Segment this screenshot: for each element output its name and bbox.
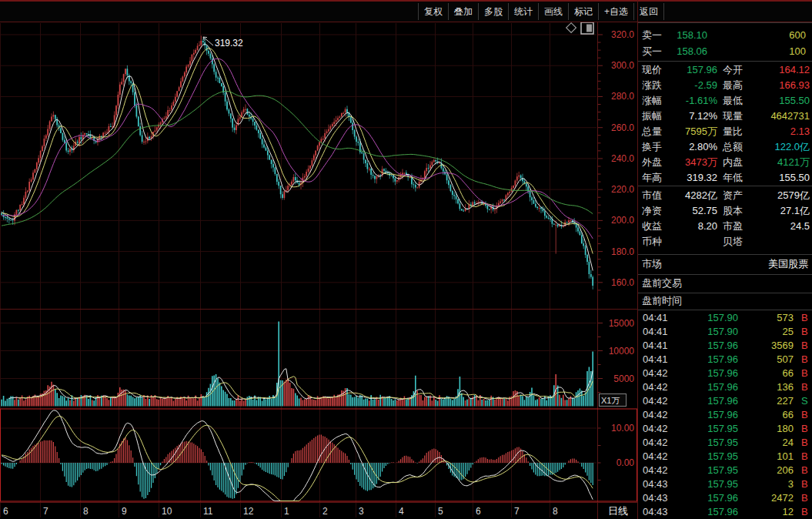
stat-value: 155.50 (737, 93, 810, 109)
tick-time: 04:41 (643, 353, 668, 367)
tick-time: 04:42 (643, 464, 668, 477)
market-value: 美国股票 (768, 256, 808, 272)
month-axis-label: 11 (203, 506, 213, 517)
tick-time: 04:41 (643, 339, 668, 353)
tick-qty: 227 (740, 394, 794, 408)
stat-value: 4121万 (737, 155, 810, 170)
market-row: 市场 美国股票 (638, 256, 812, 272)
month-axis-label: 7 (43, 506, 48, 517)
order-book-row: 买一158.06100 (638, 44, 812, 59)
tick-row: 04:41157.96507B (638, 353, 812, 367)
stat-value: 7.12% (669, 109, 717, 124)
tick-flag: B (801, 339, 808, 353)
tick-time: 04:43 (643, 491, 668, 505)
tick-row: 04:41157.90573B (638, 311, 812, 325)
tick-time: 04:43 (643, 505, 668, 519)
stat-row: 收益8.20市盈24.5 (638, 219, 812, 234)
stat-value: 27.1亿 (737, 203, 810, 219)
stat-label: 涨跌 (642, 78, 662, 93)
tick-row: 04:42157.95206B (638, 464, 812, 477)
stat-value: 166.93 (737, 78, 810, 93)
toolbar-button-2[interactable]: 叠加 (448, 3, 478, 20)
tick-flag: B (801, 353, 808, 367)
tick-price: 157.90 (684, 325, 738, 339)
month-axis-label: 1 (284, 506, 289, 517)
stat-row: 净资52.75股本27.1亿 (638, 203, 812, 219)
order-book-row: 卖一158.10600 (638, 28, 812, 43)
tick-row: 04:43157.953B (638, 477, 812, 491)
chart-axes: 320.0300.0280.0260.0240.0220.0200.0180.0… (3, 29, 634, 517)
toolbar-button-8[interactable]: 返回 (633, 3, 664, 20)
stat-row: 现价157.96今开164.12 (638, 62, 812, 78)
tick-time: 04:41 (643, 311, 668, 325)
stat-row: 总量7595万量比2.13 (638, 124, 812, 139)
premarket-trade-row[interactable]: 盘前交易 (638, 276, 812, 291)
tick-row: 04:42157.9524B (638, 436, 812, 450)
toolbar-button-4[interactable]: 统计 (508, 3, 538, 20)
month-axis-label: 4 (399, 506, 404, 517)
tick-qty: 101 (740, 450, 794, 464)
stat-row: 市值4282亿资产2579亿 (638, 188, 812, 203)
price-axis-label: 160.0 (611, 277, 634, 288)
panel-layout-icon[interactable] (581, 22, 593, 34)
stat-label: 换手 (642, 139, 662, 155)
stat-label: 贝塔 (723, 234, 743, 249)
stat-row: 币种贝塔 (638, 234, 812, 249)
tick-price: 157.96 (684, 394, 738, 408)
tick-price: 157.96 (684, 339, 738, 353)
stat-value: 157.96 (669, 62, 717, 78)
price-axis-label: 260.0 (611, 122, 634, 133)
tick-flag: B (801, 408, 808, 422)
order-book-qty: 100 (744, 44, 806, 59)
premarket-time-row[interactable]: 盘前时间 (638, 293, 812, 309)
stat-value: 4642731 (737, 109, 810, 124)
tick-qty: 3 (740, 477, 794, 491)
month-axis-label: 10 (162, 506, 172, 517)
premarket-time-label: 盘前时间 (642, 293, 682, 309)
chart-grid (0, 22, 637, 519)
tick-row: 04:42157.9666B (638, 408, 812, 422)
stat-label: 年高 (642, 170, 662, 186)
month-axis-label: 7 (514, 506, 520, 517)
stat-label: 市值 (642, 188, 662, 203)
macd-indicator (2, 410, 593, 501)
month-axis-label: 5 (438, 506, 443, 517)
tick-price: 157.96 (684, 353, 738, 367)
stat-label: 涨幅 (642, 93, 662, 109)
toolbar-button-1[interactable]: 复权 (418, 3, 448, 20)
month-axis-label: 12 (243, 506, 254, 517)
tick-time: 04:42 (643, 408, 668, 422)
price-axis-label: 200.0 (611, 215, 634, 226)
toolbar-button-5[interactable]: 画线 (538, 3, 568, 20)
volume-axis-label: 15000 (609, 318, 635, 329)
moving-average-lines (2, 44, 593, 270)
tick-flag: B (801, 477, 808, 491)
tick-time: 04:42 (643, 394, 668, 408)
stat-value: 8.20 (669, 219, 717, 234)
toolbar-button-6[interactable]: 标记 (568, 3, 598, 20)
volume-bars (2, 322, 593, 407)
toolbar-button-7[interactable]: +自选 (598, 3, 633, 20)
price-axis-label: 280.0 (611, 91, 634, 102)
volume-axis-label: 5000 (613, 373, 634, 384)
toolbar-button-3[interactable]: 多股 (478, 3, 508, 20)
tick-qty: 136 (740, 380, 794, 394)
stat-row: 年高319.32年低155.50 (638, 170, 812, 186)
tick-flag: B (801, 311, 808, 325)
tick-row: 04:42157.95180B (638, 422, 812, 436)
diamond-icon[interactable] (566, 23, 576, 33)
toolbar-buttons: 复权叠加多股统计画线标记+自选返回 (418, 3, 664, 20)
tick-qty: 573 (740, 311, 794, 325)
period-selector-label[interactable]: 日线 (608, 505, 628, 517)
tick-row: 04:42157.96136B (638, 380, 812, 394)
price-axis-label: 240.0 (611, 153, 634, 164)
price-chart-canvas[interactable]: 320.0300.0280.0260.0240.0220.0200.0180.0… (0, 0, 637, 519)
top-toolbar: 复权叠加多股统计画线标记+自选返回 (0, 0, 812, 22)
tick-qty: 66 (740, 367, 794, 380)
stat-label: 总量 (642, 124, 662, 139)
stat-value: 155.50 (737, 170, 810, 186)
stat-row: 涨幅-1.61%最低155.50 (638, 93, 812, 109)
stat-value: 52.75 (669, 203, 717, 219)
stat-value: 122.0亿 (737, 139, 810, 155)
month-axis-label: 2 (322, 506, 328, 517)
